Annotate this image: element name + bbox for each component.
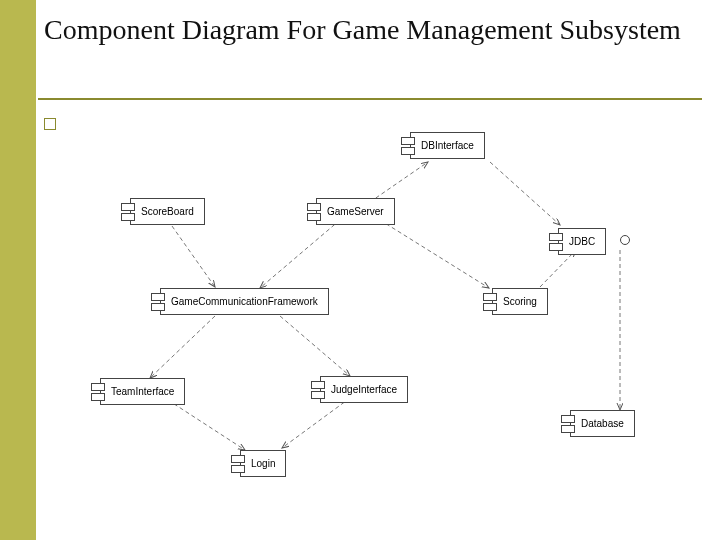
- component-scoring: Scoring: [492, 288, 548, 315]
- component-login: Login: [240, 450, 286, 477]
- svg-line-5: [280, 316, 350, 376]
- component-scoreboard: ScoreBoard: [130, 198, 205, 225]
- component-diagram: DBInterface ScoreBoard GameServer JDBC G…: [60, 120, 700, 520]
- component-jdbc: JDBC: [558, 228, 606, 255]
- component-gcf: GameCommunicationFramework: [160, 288, 329, 315]
- bullet-icon: [44, 118, 56, 130]
- slide-sidebar: [0, 0, 36, 540]
- interface-lollipop-icon: [620, 235, 630, 245]
- svg-line-7: [282, 398, 350, 448]
- svg-line-0: [370, 162, 428, 202]
- svg-line-9: [490, 162, 560, 225]
- svg-line-6: [168, 400, 245, 450]
- component-gameserver: GameServer: [316, 198, 395, 225]
- svg-line-2: [260, 220, 340, 288]
- title-rule: [38, 98, 702, 100]
- component-judgeinterface: JudgeInterface: [320, 376, 408, 403]
- svg-line-8: [540, 250, 576, 287]
- component-database: Database: [570, 410, 635, 437]
- component-teaminterface: TeamInterface: [100, 378, 185, 405]
- component-dbinterface: DBInterface: [410, 132, 485, 159]
- svg-line-3: [172, 226, 215, 287]
- connectors: [60, 120, 700, 520]
- svg-line-4: [150, 316, 215, 378]
- page-title: Component Diagram For Game Management Su…: [44, 12, 684, 47]
- svg-line-1: [380, 220, 489, 288]
